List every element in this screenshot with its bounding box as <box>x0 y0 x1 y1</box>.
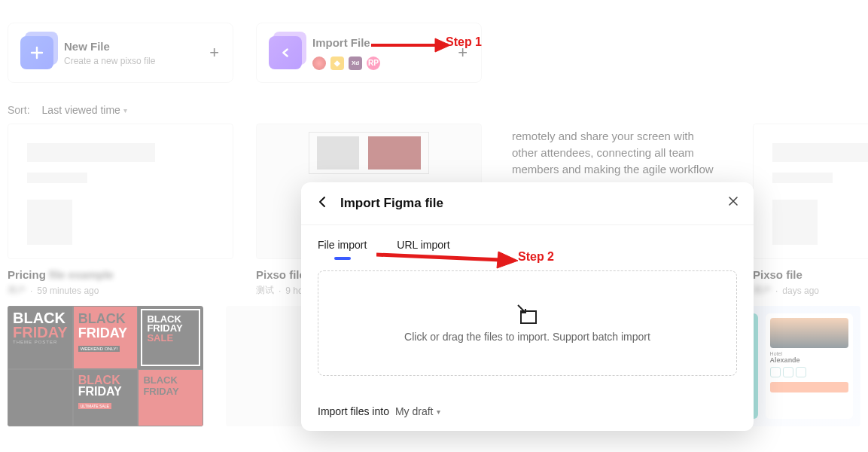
new-file-title: New File <box>64 40 155 53</box>
new-file-sub: Create a new pixso file <box>64 56 155 66</box>
import-drop-icon <box>516 304 539 323</box>
modal-title: Import Figma file <box>340 196 443 211</box>
tab-file-import[interactable]: File import <box>318 239 367 257</box>
chevron-down-icon: ▾ <box>123 106 127 115</box>
sort-dropdown[interactable]: Last viewed time ▾ <box>42 104 127 116</box>
dropzone-text: Click or drag the files to import. Suppo… <box>404 331 650 343</box>
rp-chip-icon: RP <box>367 56 380 70</box>
file-meta: 用户·59 minutes ago <box>8 284 233 297</box>
back-button[interactable] <box>318 196 327 211</box>
sort-value: Last viewed time <box>42 104 120 116</box>
close-button[interactable] <box>728 196 739 209</box>
sort-label: Sort: <box>8 104 30 116</box>
plus-icon: + <box>458 43 468 63</box>
sketch-chip-icon: ◆ <box>330 56 344 70</box>
file-card[interactable]: Pixso file 用户·days ago <box>753 124 868 297</box>
file-thumbnail[interactable]: BLACK FRIDAY THEME POSTER BLACK FRIDAY W… <box>8 306 203 426</box>
file-title: Pixso file <box>753 268 868 281</box>
file-meta: 用户·days ago <box>753 284 868 297</box>
file-card[interactable]: Pricing file example 用户·59 minutes ago <box>8 124 233 297</box>
import-into-value: My draft <box>395 405 434 417</box>
import-file-card[interactable]: Import File ◆ Xd RP + <box>256 23 482 83</box>
file-thumbnail <box>753 124 868 259</box>
import-into-label: Import files into <box>318 405 389 417</box>
plus-icon: + <box>209 43 219 63</box>
figma-chip-icon <box>312 56 326 70</box>
tab-url-import[interactable]: URL import <box>397 239 449 257</box>
xd-chip-icon: Xd <box>349 56 362 70</box>
import-file-title: Import File <box>312 36 380 49</box>
import-into-select[interactable]: My draft ▾ <box>395 405 440 417</box>
file-dropzone[interactable]: Click or drag the files to import. Suppo… <box>318 270 737 376</box>
chevron-down-icon: ▾ <box>437 408 440 416</box>
import-figma-modal: Import Figma file File import URL import… <box>301 182 754 431</box>
new-file-icon <box>20 36 53 69</box>
import-format-icons: ◆ Xd RP <box>312 56 380 70</box>
import-file-icon <box>269 36 302 69</box>
file-thumbnail-text: remotely and share your screen with othe… <box>504 124 730 182</box>
file-thumbnail <box>8 124 233 259</box>
file-title: Pricing file example <box>8 268 233 281</box>
new-file-card[interactable]: New File Create a new pixso file + <box>8 23 233 83</box>
